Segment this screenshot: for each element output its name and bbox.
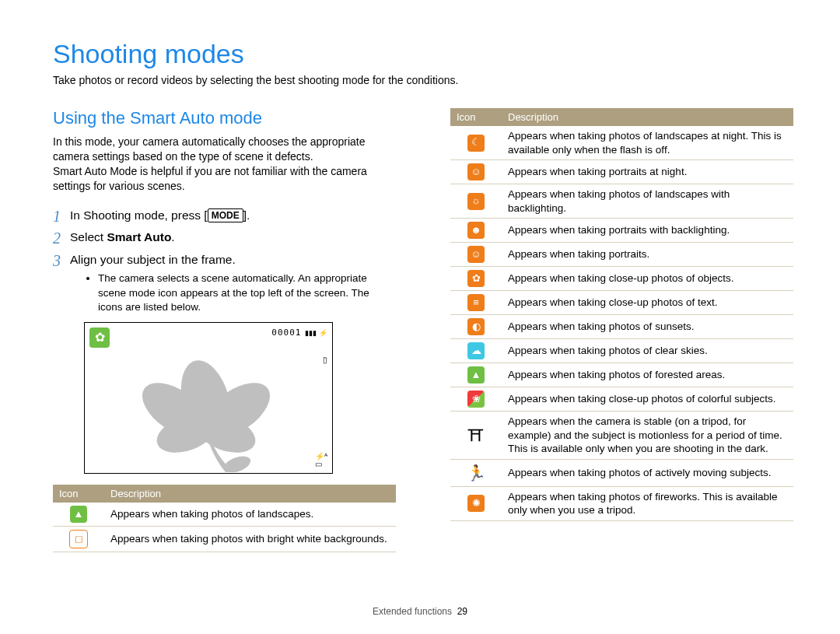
- icon-description: Appears when taking photos of landscapes…: [502, 126, 793, 160]
- icon-table-right: Icon Description ☾Appears when taking ph…: [450, 108, 793, 521]
- th-icon: Icon: [53, 485, 104, 503]
- table-row: 🏃Appears when taking photos of actively …: [450, 459, 793, 486]
- icon-description: Appears when taking portraits at night.: [502, 160, 793, 184]
- table-row: ☺Appears when taking portraits.: [450, 243, 793, 267]
- table-row: ≡Appears when taking close-up photos of …: [450, 291, 793, 315]
- table-row: ❀Appears when taking close-up photos of …: [450, 387, 793, 412]
- icon-description: Appears when taking photos of sunsets.: [502, 315, 793, 339]
- icon-description: Appears when taking photos of landscapes…: [502, 184, 793, 219]
- icon-description: Appears when taking photos of actively m…: [502, 459, 793, 486]
- icon-description: Appears when taking photos of landscapes…: [104, 503, 396, 527]
- flower-illustration: [121, 356, 292, 472]
- macro-color-icon: ❀: [467, 391, 485, 408]
- backlight-portrait-icon: ☻: [467, 222, 485, 239]
- icon-description: Appears when taking close-up photos of t…: [502, 291, 793, 315]
- portrait-icon: ☺: [467, 246, 485, 263]
- landscape-icon: ▲: [70, 506, 87, 523]
- backlight-landscape-icon: ☼: [467, 193, 485, 210]
- section-heading: Using the Smart Auto mode: [53, 108, 396, 128]
- table-row: ☁Appears when taking photos of clear ski…: [450, 339, 793, 363]
- icon-description: Appears when taking portraits with backl…: [502, 219, 793, 243]
- step-2-text-pre: Select: [70, 230, 107, 243]
- tripod-icon: ⛩: [468, 426, 484, 446]
- fireworks-icon: ✺: [467, 495, 485, 512]
- icon-description: Appears when the camera is stable (on a …: [502, 412, 793, 460]
- action-icon: 🏃: [467, 463, 486, 483]
- th-icon: Icon: [450, 108, 502, 126]
- table-row: ☻Appears when taking portraits with back…: [450, 219, 793, 243]
- step-3-text: Align your subject in the frame.: [70, 253, 236, 266]
- right-column: Icon Description ☾Appears when taking ph…: [450, 108, 793, 552]
- icon-description: Appears when taking photos of clear skie…: [502, 339, 793, 363]
- mode-key: MODE: [208, 208, 243, 222]
- steps-list: In Shooting mode, press [MODE]. Select S…: [53, 208, 396, 314]
- page-subtitle: Take photos or record videos by selectin…: [53, 74, 793, 86]
- table-row: ☾Appears when taking photos of landscape…: [450, 126, 793, 160]
- page-number: 29: [457, 606, 467, 617]
- page-footer: Extended functions 29: [0, 606, 840, 617]
- icon-description: Appears when taking photos with bright w…: [104, 526, 396, 552]
- frame-counter: 00001: [271, 328, 301, 338]
- step-3: Align your subject in the frame. The cam…: [53, 252, 396, 314]
- table-row: ⛩Appears when the camera is stable (on a…: [450, 412, 793, 460]
- camera-screen-illustration: ✿ 00001 ▮▮▮ ⚡ ▯ ⚡ᴬ▭: [84, 322, 333, 474]
- battery-icon: ▮▮▮ ⚡: [303, 329, 327, 337]
- svg-point-5: [222, 453, 253, 472]
- screen-top-right-status: 00001 ▮▮▮ ⚡: [271, 328, 327, 338]
- resolution-icon: ▯: [323, 356, 327, 364]
- table-row: ▲Appears when taking photos of landscape…: [53, 503, 396, 527]
- clear-sky-icon: ☁: [467, 342, 485, 359]
- table-row: ☼Appears when taking photos of landscape…: [450, 184, 793, 219]
- macro-text-icon: ≡: [467, 294, 485, 311]
- table-row: ◐Appears when taking photos of sunsets.: [450, 315, 793, 339]
- intro-paragraph: In this mode, your camera automatically …: [53, 135, 396, 194]
- night-landscape-icon: ☾: [467, 135, 485, 152]
- sunset-icon: ◐: [467, 318, 485, 335]
- table-row: ☺Appears when taking portraits at night.: [450, 160, 793, 184]
- step-1-text-post: ].: [243, 208, 250, 222]
- step-2: Select Smart Auto.: [53, 229, 396, 246]
- table-row: ◻Appears when taking photos with bright …: [53, 526, 396, 552]
- icon-table-left: Icon Description ▲Appears when taking ph…: [53, 485, 396, 552]
- left-column: Using the Smart Auto mode In this mode, …: [53, 108, 396, 552]
- forest-icon: ▲: [467, 366, 485, 384]
- step-2-bold: Smart Auto: [107, 230, 171, 243]
- footer-label: Extended functions: [373, 606, 452, 617]
- night-portrait-icon: ☺: [467, 163, 485, 180]
- white-bg-icon: ◻: [69, 530, 88, 548]
- step-1-text-pre: In Shooting mode, press [: [70, 208, 208, 222]
- flash-auto-icon: ⚡ᴬ▭: [315, 453, 327, 468]
- icon-description: Appears when taking photos of forested a…: [502, 363, 793, 387]
- step-3-bullet: The camera selects a scene automatically…: [98, 271, 396, 314]
- macro-mode-icon: ✿: [89, 328, 110, 348]
- step-1: In Shooting mode, press [MODE].: [53, 208, 396, 224]
- icon-description: Appears when taking portraits.: [502, 243, 793, 267]
- th-desc: Description: [104, 485, 396, 503]
- table-row: ▲Appears when taking photos of forested …: [450, 363, 793, 387]
- step-2-text-post: .: [171, 230, 174, 243]
- icon-description: Appears when taking photos of fireworks.…: [502, 486, 793, 520]
- table-row: ✿Appears when taking close-up photos of …: [450, 267, 793, 291]
- icon-description: Appears when taking close-up photos of o…: [502, 267, 793, 291]
- th-desc: Description: [502, 108, 793, 126]
- page-title: Shooting modes: [53, 39, 793, 69]
- table-row: ✺Appears when taking photos of fireworks…: [450, 486, 793, 520]
- icon-description: Appears when taking close-up photos of c…: [502, 387, 793, 412]
- macro-icon: ✿: [467, 270, 485, 287]
